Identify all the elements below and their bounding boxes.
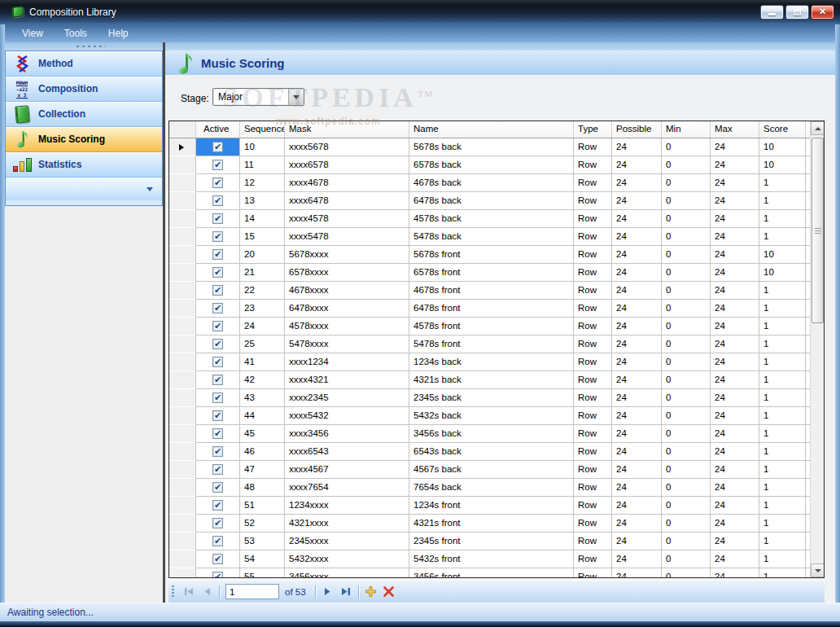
stage-dropdown-button[interactable] (288, 89, 304, 105)
record-number-input[interactable] (225, 584, 279, 599)
cell-min[interactable]: 0 (662, 550, 711, 568)
next-record-button[interactable] (319, 583, 337, 601)
cell-score[interactable]: 1 (759, 461, 806, 479)
cell-sequence[interactable]: 54 (240, 550, 285, 568)
active-checkbox[interactable]: ✔ (212, 231, 223, 242)
active-checkbox[interactable]: ✔ (212, 213, 223, 224)
active-checkbox[interactable]: ✔ (212, 142, 223, 152)
cell-active[interactable]: ✔ (196, 174, 240, 192)
menu-item-help[interactable]: Help (98, 24, 139, 42)
cell-possible[interactable]: 24 (612, 461, 662, 479)
cell-mask[interactable]: xxxx7654 (285, 479, 409, 497)
row-selector-cell[interactable] (169, 461, 196, 479)
cell-name[interactable]: 2345s back (409, 389, 574, 407)
cell-min[interactable]: 0 (662, 264, 711, 282)
cell-min[interactable]: 0 (662, 407, 711, 425)
toolbar-grip-icon[interactable] (172, 585, 174, 598)
row-selector-cell[interactable] (169, 246, 196, 264)
active-checkbox[interactable]: ✔ (212, 321, 223, 331)
cell-active[interactable]: ✔ (196, 371, 240, 389)
cell-score[interactable]: 1 (759, 389, 806, 407)
cell-active[interactable]: ✔ (196, 264, 240, 282)
cell-score[interactable]: 1 (759, 443, 806, 461)
cell-name[interactable]: 1234s back (409, 353, 574, 371)
row-selector-cell[interactable] (169, 550, 196, 568)
cell-active[interactable]: ✔ (196, 389, 240, 407)
cell-active[interactable]: ✔ (196, 192, 240, 210)
cell-possible[interactable]: 24 (612, 228, 662, 246)
cell-active[interactable]: ✔ (196, 550, 240, 568)
cell-max[interactable]: 24 (711, 479, 759, 497)
cell-name[interactable]: 4321s front (409, 515, 574, 533)
cell-score[interactable]: 1 (759, 550, 806, 568)
cell-max[interactable]: 24 (711, 246, 759, 264)
active-checkbox[interactable]: ✔ (212, 554, 223, 564)
cell-mask[interactable]: xxxx5678 (285, 138, 409, 156)
active-checkbox[interactable]: ✔ (212, 518, 223, 528)
cell-max[interactable]: 24 (711, 568, 759, 577)
cell-max[interactable]: 24 (711, 228, 759, 246)
cell-max[interactable]: 24 (711, 515, 759, 533)
cell-min[interactable]: 0 (662, 371, 711, 389)
cell-possible[interactable]: 24 (612, 138, 662, 156)
active-checkbox[interactable]: ✔ (212, 572, 223, 577)
active-checkbox[interactable]: ✔ (212, 160, 223, 170)
col-header-max[interactable]: Max (711, 121, 759, 138)
active-checkbox[interactable]: ✔ (212, 285, 223, 296)
cell-possible[interactable]: 24 (612, 264, 662, 282)
active-checkbox[interactable]: ✔ (212, 500, 223, 511)
cell-type[interactable]: Row (574, 533, 612, 550)
cell-max[interactable]: 24 (711, 210, 759, 228)
row-selector-cell[interactable] (169, 425, 196, 443)
cell-sequence[interactable]: 14 (240, 210, 285, 228)
cell-name[interactable]: 1234s front (409, 497, 574, 515)
cell-type[interactable]: Row (574, 443, 612, 461)
cell-mask[interactable]: 5478xxxx (285, 335, 409, 353)
cell-active[interactable]: ✔ (196, 318, 240, 335)
cell-active[interactable]: ✔ (196, 425, 240, 443)
maximize-button[interactable] (785, 5, 809, 20)
cell-mask[interactable]: xxxx6478 (285, 192, 409, 210)
cell-score[interactable]: 1 (759, 335, 806, 353)
cell-type[interactable]: Row (574, 210, 612, 228)
cell-active[interactable]: ✔ (196, 210, 240, 228)
row-selector-cell[interactable] (169, 371, 196, 389)
cell-min[interactable]: 0 (662, 318, 711, 335)
cell-possible[interactable]: 24 (612, 192, 662, 210)
active-checkbox[interactable]: ✔ (212, 464, 223, 475)
cell-max[interactable]: 24 (711, 353, 759, 371)
col-header-min[interactable]: Min (662, 121, 711, 138)
cell-possible[interactable]: 24 (612, 174, 662, 192)
cell-active[interactable]: ✔ (196, 497, 240, 515)
cell-min[interactable]: 0 (662, 246, 711, 264)
cell-type[interactable]: Row (574, 389, 612, 407)
cell-min[interactable]: 0 (662, 479, 711, 497)
scrollbar-thumb[interactable] (812, 138, 824, 323)
cell-name[interactable]: 5678s front (409, 246, 574, 264)
active-checkbox[interactable]: ✔ (212, 536, 223, 546)
cell-name[interactable]: 3456s front (409, 568, 574, 577)
cell-possible[interactable]: 24 (612, 515, 662, 533)
active-checkbox[interactable]: ✔ (212, 428, 223, 439)
cell-type[interactable]: Row (574, 515, 612, 533)
cell-mask[interactable]: xxxx5478 (285, 228, 409, 246)
cell-sequence[interactable]: 41 (240, 353, 285, 371)
cell-type[interactable]: Row (574, 497, 612, 515)
row-selector-cell[interactable] (169, 353, 196, 371)
cell-mask[interactable]: 2345xxxx (285, 533, 409, 550)
cell-type[interactable]: Row (574, 246, 612, 264)
sidebar-item-statistics[interactable]: Statistics (6, 152, 162, 178)
cell-name[interactable]: 4321s back (409, 371, 574, 389)
cell-mask[interactable]: xxxx6578 (285, 156, 409, 174)
cell-min[interactable]: 0 (662, 156, 711, 174)
cell-score[interactable]: 10 (759, 156, 806, 174)
active-checkbox[interactable]: ✔ (212, 446, 223, 457)
cell-min[interactable]: 0 (662, 174, 711, 192)
cell-sequence[interactable]: 20 (240, 246, 285, 264)
col-header-name[interactable]: Name (409, 121, 574, 138)
cell-score[interactable]: 1 (759, 479, 806, 497)
minimize-button[interactable] (760, 5, 784, 20)
cell-possible[interactable]: 24 (612, 371, 662, 389)
row-selector-cell[interactable] (169, 192, 196, 210)
cell-min[interactable]: 0 (662, 389, 711, 407)
